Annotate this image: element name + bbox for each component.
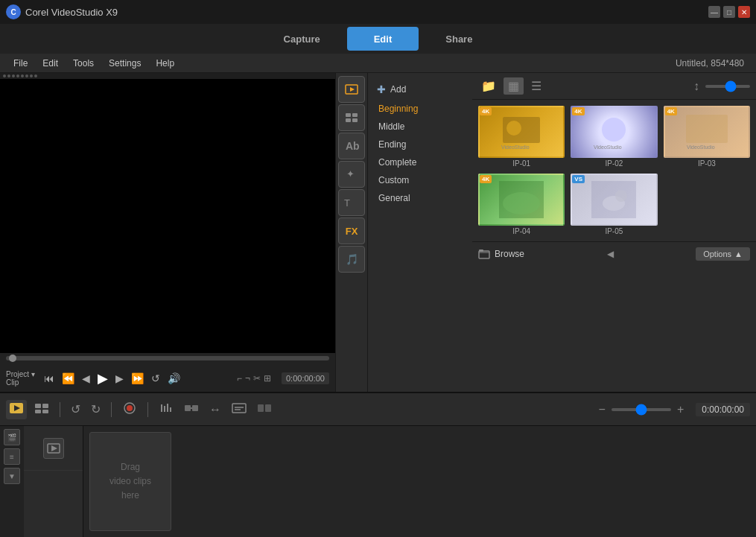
zoom-out-button[interactable]: − [596, 401, 609, 418]
sort-button[interactable]: ↕ [690, 78, 702, 95]
tab-edit[interactable]: Edit [347, 27, 419, 51]
copy-button[interactable]: ⊞ [264, 373, 271, 384]
title-tool-button[interactable]: Ab [338, 133, 365, 159]
options-label: Options [703, 250, 731, 258]
transition-tool-button[interactable]: T [338, 189, 365, 216]
svg-rect-45 [265, 404, 271, 412]
redo-button[interactable]: ↻ [88, 401, 104, 418]
fx-tool-button[interactable]: FX [338, 217, 365, 244]
category-item-complete[interactable]: Complete [368, 153, 472, 171]
badge-ip04: 4K [480, 175, 492, 183]
maximize-button[interactable]: □ [723, 6, 735, 18]
minimize-button[interactable]: — [708, 6, 720, 18]
menu-file[interactable]: File [6, 55, 35, 72]
close-button[interactable]: ✕ [738, 6, 750, 18]
svg-point-20 [503, 192, 540, 215]
track-icon-1[interactable]: 🎬 [4, 429, 20, 445]
category-item-beginning[interactable]: Beginning [368, 100, 472, 118]
zoom-in-button[interactable]: + [674, 401, 687, 418]
svg-rect-38 [185, 405, 191, 411]
step-forward-button[interactable]: ⏩ [130, 371, 145, 386]
preview-panel: Project ▾ Clip ⏮ ⏪ ◀ ▶ ▶ ⏩ ↺ 🔊 ⌐ ¬ ✂ ⊞ 0… [0, 73, 335, 392]
video-track-button[interactable] [6, 400, 27, 419]
motion-button[interactable]: ↔ [206, 401, 224, 418]
add-button[interactable]: ✚ Add [368, 79, 472, 100]
category-item-general[interactable]: General [368, 189, 472, 207]
menu-edit[interactable]: Edit [35, 55, 66, 72]
svg-text:🎵: 🎵 [346, 253, 359, 266]
browse-label: Browse [495, 249, 524, 259]
add-icon: ✚ [377, 83, 386, 95]
scrubber-handle[interactable] [9, 355, 16, 362]
record-button[interactable] [119, 400, 140, 419]
play-button[interactable]: ▶ [96, 369, 109, 388]
clip-label: Clip [6, 378, 19, 387]
cut-button[interactable]: ✂ [253, 373, 261, 384]
category-panel: ✚ Add Beginning Middle Ending Complete C… [368, 73, 756, 392]
thumb-label-ip04: IP-04 [478, 227, 565, 235]
instant-project-button[interactable] [338, 104, 365, 131]
size-slider[interactable] [705, 85, 750, 88]
svg-marker-47 [51, 445, 57, 451]
thumbnail-item-ip02[interactable]: 4K VideoStudio IP-02 [571, 106, 657, 168]
category-item-middle[interactable]: Middle [368, 118, 472, 136]
category-item-custom[interactable]: Custom [368, 171, 472, 189]
svg-text:Ab: Ab [346, 140, 359, 152]
transition-button[interactable] [181, 400, 202, 419]
tab-share[interactable]: Share [419, 27, 499, 51]
category-item-ending[interactable]: Ending [368, 136, 472, 153]
svg-rect-41 [232, 404, 246, 413]
list-view-button[interactable]: ☰ [528, 77, 544, 95]
bracket-left[interactable]: ⌐ [237, 373, 242, 384]
media-tool-button[interactable] [338, 76, 365, 103]
scrubber-bar[interactable] [6, 356, 329, 360]
thumb-grid: 4K VideoStudio IP-01 4K VideoStudio IP-0… [472, 100, 756, 241]
options-button[interactable]: Options ▲ [696, 247, 750, 261]
zoom-slider[interactable] [612, 408, 671, 411]
track-area: Drag video clips here [83, 426, 756, 537]
menu-settings[interactable]: Settings [101, 55, 148, 72]
step-back-button[interactable]: ⏪ [60, 371, 76, 386]
back-frame-button[interactable]: ◀ [80, 371, 92, 386]
badge-ip05: VS [572, 175, 585, 183]
undo-button[interactable]: ↺ [68, 401, 83, 418]
titlebar-left: C Corel VideoStudio X9 [6, 4, 118, 19]
project-label: Project [6, 370, 29, 378]
loop-button[interactable]: ↺ [150, 371, 162, 386]
thumbnail-item-ip03[interactable]: 4K VideoStudio IP-03 [664, 106, 750, 168]
drop-zone[interactable]: Drag video clips here [89, 432, 171, 531]
browse-button[interactable]: Browse [478, 249, 524, 259]
track-icon-2[interactable]: ≡ [4, 448, 20, 465]
svg-text:VideoStudio: VideoStudio [687, 144, 715, 150]
preview-controls: Project ▾ Clip ⏮ ⏪ ◀ ▶ ▶ ⏩ ↺ 🔊 ⌐ ¬ ✂ ⊞ 0… [0, 365, 335, 392]
middle-toolbar: Ab ✦ T FX 🎵 [335, 73, 368, 392]
menu-help[interactable]: Help [148, 55, 182, 72]
grid-view-button[interactable]: ▦ [504, 77, 524, 95]
tab-capture[interactable]: Capture [257, 27, 347, 51]
bracket-right[interactable]: ¬ [245, 373, 250, 384]
thumb-image-ip05: VS [571, 174, 657, 226]
bottom-panel: ↺ ↻ ↔ − + 0:00:00:00 🎬 ≡ ▼ [0, 392, 756, 537]
split-clip-button[interactable] [254, 400, 275, 419]
folder-button[interactable]: 📁 [478, 77, 499, 95]
audio-tool-button[interactable]: 🎵 [338, 246, 365, 273]
timeline-toolbar: ↺ ↻ ↔ − + 0:00:00:00 [0, 393, 756, 426]
category-list: ✚ Add Beginning Middle Ending Complete C… [368, 73, 472, 392]
thumbnail-item-ip04[interactable]: 4K IP-04 [478, 174, 565, 235]
browse-arrow-left[interactable]: ◀ [607, 249, 614, 259]
volume-button[interactable]: 🔊 [166, 371, 182, 386]
audio-mix-button[interactable] [156, 400, 177, 419]
thumbnail-item-ip01[interactable]: 4K VideoStudio IP-01 [478, 106, 565, 168]
thumb-toolbar: 📁 ▦ ☰ ↕ [472, 73, 756, 100]
storyboard-button[interactable] [31, 400, 52, 419]
forward-frame-button[interactable]: ▶ [114, 371, 125, 386]
preview-scrubber[interactable] [0, 353, 335, 365]
graphics-tool-button[interactable]: ✦ [338, 161, 365, 188]
thumbnail-item-ip05[interactable]: VS IP-05 [571, 174, 657, 235]
expand-track[interactable]: ▼ [4, 468, 20, 484]
svg-rect-29 [42, 404, 48, 408]
subtitle-button[interactable] [229, 400, 250, 419]
menu-tools[interactable]: Tools [66, 55, 101, 72]
play-to-start-button[interactable]: ⏮ [42, 371, 56, 386]
track-video-icon[interactable] [43, 438, 64, 459]
